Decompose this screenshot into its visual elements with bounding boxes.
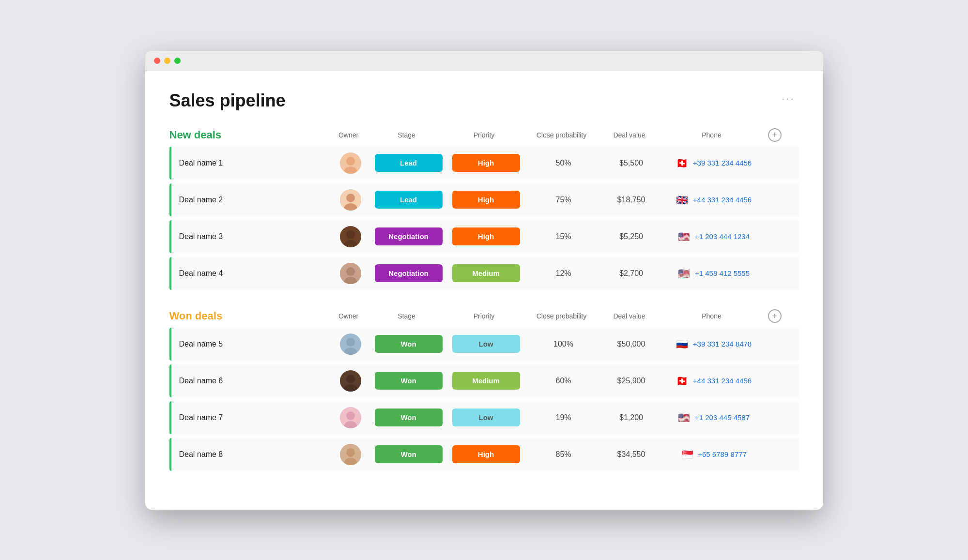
svg-point-16 bbox=[346, 375, 355, 383]
owner-cell bbox=[331, 333, 370, 355]
add-won-deal-button[interactable]: + bbox=[768, 309, 782, 323]
deal-value: $2,700 bbox=[602, 269, 661, 278]
table-row[interactable]: Deal name 6 Won Medium 60% $25,900 🇨🇭 +4… bbox=[169, 364, 799, 397]
priority-badge[interactable]: Low bbox=[452, 409, 520, 426]
col-deal-value-header: Deal value bbox=[600, 131, 659, 139]
deal-value: $34,550 bbox=[602, 450, 661, 459]
stage-badge[interactable]: Lead bbox=[375, 154, 443, 172]
close-probability: 12% bbox=[525, 269, 602, 278]
close-probability: 100% bbox=[525, 340, 602, 348]
owner-cell bbox=[331, 189, 370, 211]
priority-cell: Medium bbox=[447, 372, 525, 390]
priority-badge[interactable]: Low bbox=[452, 335, 520, 353]
avatar bbox=[340, 263, 361, 284]
avatar bbox=[340, 370, 361, 392]
table-row[interactable]: Deal name 8 Won High 85% $34,550 🇸🇬 +65 … bbox=[169, 438, 799, 471]
deal-value: $18,750 bbox=[602, 196, 661, 204]
priority-badge[interactable]: High bbox=[452, 191, 520, 209]
country-flag-icon: 🇬🇧 bbox=[676, 195, 689, 205]
priority-badge[interactable]: Medium bbox=[452, 372, 520, 390]
won-col-owner-header: Owner bbox=[329, 312, 368, 320]
add-new-deal-col: + bbox=[765, 128, 784, 142]
stage-cell: Negotiation bbox=[370, 264, 447, 282]
stage-badge[interactable]: Won bbox=[375, 372, 443, 390]
add-won-deal-col: + bbox=[765, 309, 784, 323]
owner-cell bbox=[331, 226, 370, 247]
won-deals-section: Won deals Owner Stage Priority Close pro… bbox=[169, 309, 799, 471]
country-flag-icon: 🇺🇸 bbox=[677, 269, 691, 278]
phone-cell: 🇺🇸 +1 203 444 1234 bbox=[661, 232, 767, 242]
won-deals-title: Won deals bbox=[169, 310, 329, 322]
avatar bbox=[340, 333, 361, 355]
table-row[interactable]: Deal name 3 Negotiation High 15% $5,250 … bbox=[169, 220, 799, 253]
phone-link[interactable]: +65 6789 8777 bbox=[698, 450, 747, 458]
new-deals-rows: Deal name 1 Lead High 50% $5,500 🇨🇭 +39 … bbox=[169, 147, 799, 290]
priority-cell: High bbox=[447, 154, 525, 172]
priority-badge[interactable]: High bbox=[452, 227, 520, 245]
priority-badge[interactable]: Medium bbox=[452, 264, 520, 282]
country-flag-icon: 🇨🇭 bbox=[676, 158, 689, 168]
main-content: Sales pipeline ··· New deals Owner Stage… bbox=[145, 71, 823, 510]
deal-name: Deal name 6 bbox=[171, 377, 331, 385]
close-probability: 15% bbox=[525, 232, 602, 241]
svg-point-10 bbox=[346, 267, 355, 276]
priority-badge[interactable]: High bbox=[452, 445, 520, 463]
new-deals-section: New deals Owner Stage Priority Close pro… bbox=[169, 128, 799, 290]
won-col-deal-value-header: Deal value bbox=[600, 312, 659, 320]
stage-cell: Won bbox=[370, 372, 447, 390]
close-button[interactable] bbox=[154, 58, 160, 64]
maximize-button[interactable] bbox=[174, 58, 181, 64]
phone-link[interactable]: +39 331 234 4456 bbox=[693, 159, 752, 167]
phone-link[interactable]: +1 203 445 4587 bbox=[695, 413, 750, 422]
deal-value: $25,900 bbox=[602, 377, 661, 385]
won-col-close-prob-header: Close probability bbox=[523, 312, 600, 320]
stage-cell: Negotiation bbox=[370, 227, 447, 245]
deal-value: $50,000 bbox=[602, 340, 661, 348]
priority-cell: High bbox=[447, 191, 525, 209]
stage-badge[interactable]: Negotiation bbox=[375, 227, 443, 245]
priority-cell: Medium bbox=[447, 264, 525, 282]
phone-link[interactable]: +1 203 444 1234 bbox=[695, 232, 750, 241]
table-row[interactable]: Deal name 1 Lead High 50% $5,500 🇨🇭 +39 … bbox=[169, 147, 799, 180]
won-col-priority-header: Priority bbox=[446, 312, 523, 320]
stage-badge[interactable]: Won bbox=[375, 335, 443, 353]
stage-badge[interactable]: Negotiation bbox=[375, 264, 443, 282]
col-owner-header: Owner bbox=[329, 131, 368, 139]
phone-cell: 🇸🇬 +65 6789 8777 bbox=[661, 450, 767, 459]
won-deals-header: Won deals Owner Stage Priority Close pro… bbox=[169, 309, 799, 323]
stage-badge[interactable]: Won bbox=[375, 445, 443, 463]
phone-link[interactable]: +1 458 412 5555 bbox=[695, 269, 750, 277]
table-row[interactable]: Deal name 7 Won Low 19% $1,200 🇺🇸 +1 203… bbox=[169, 401, 799, 434]
svg-point-22 bbox=[346, 448, 355, 457]
deal-name: Deal name 5 bbox=[171, 340, 331, 348]
priority-cell: Low bbox=[447, 335, 525, 353]
page-title: Sales pipeline bbox=[169, 91, 286, 111]
deal-name: Deal name 3 bbox=[171, 232, 331, 241]
col-stage-header: Stage bbox=[368, 131, 446, 139]
owner-cell bbox=[331, 407, 370, 428]
svg-point-1 bbox=[346, 157, 355, 166]
table-row[interactable]: Deal name 2 Lead High 75% $18,750 🇬🇧 +44… bbox=[169, 183, 799, 216]
stage-badge[interactable]: Won bbox=[375, 409, 443, 426]
close-probability: 85% bbox=[525, 450, 602, 459]
table-row[interactable]: Deal name 4 Negotiation Medium 12% $2,70… bbox=[169, 257, 799, 290]
deal-name: Deal name 8 bbox=[171, 450, 331, 459]
phone-link[interactable]: +39 331 234 8478 bbox=[693, 340, 752, 348]
col-close-prob-header: Close probability bbox=[523, 131, 600, 139]
deal-value: $5,500 bbox=[602, 159, 661, 167]
stage-badge[interactable]: Lead bbox=[375, 191, 443, 209]
won-col-stage-header: Stage bbox=[368, 312, 446, 320]
svg-point-13 bbox=[346, 338, 355, 347]
phone-link[interactable]: +44 331 234 4456 bbox=[693, 377, 752, 385]
phone-cell: 🇺🇸 +1 458 412 5555 bbox=[661, 269, 767, 278]
priority-badge[interactable]: High bbox=[452, 154, 520, 172]
table-row[interactable]: Deal name 5 Won Low 100% $50,000 🇷🇺 +39 … bbox=[169, 328, 799, 361]
minimize-button[interactable] bbox=[164, 58, 170, 64]
stage-cell: Won bbox=[370, 409, 447, 426]
more-options-button[interactable]: ··· bbox=[778, 91, 799, 107]
add-new-deal-button[interactable]: + bbox=[768, 128, 782, 142]
won-deals-rows: Deal name 5 Won Low 100% $50,000 🇷🇺 +39 … bbox=[169, 328, 799, 471]
svg-point-7 bbox=[346, 230, 355, 239]
stage-cell: Lead bbox=[370, 191, 447, 209]
phone-link[interactable]: +44 331 234 4456 bbox=[693, 196, 752, 204]
